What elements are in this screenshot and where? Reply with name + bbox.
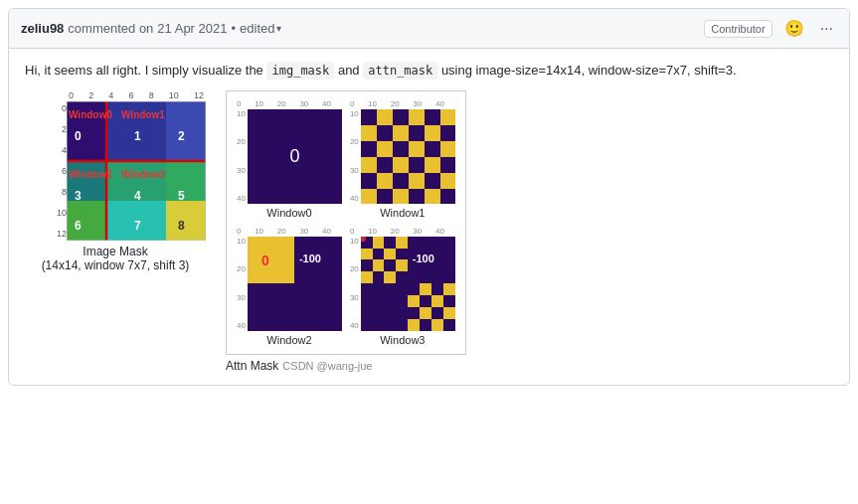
svg-rect-83 <box>377 189 393 204</box>
svg-rect-57 <box>440 109 455 125</box>
svg-rect-111 <box>361 283 408 331</box>
y-label-8: 8 <box>45 187 67 197</box>
svg-rect-73 <box>409 157 425 173</box>
svg-rect-116 <box>408 295 420 307</box>
visualizations-container: 0 2 4 6 8 10 12 0 2 <box>25 90 833 373</box>
svg-rect-79 <box>409 173 425 189</box>
svg-rect-103 <box>396 259 408 271</box>
mask-div-grid: Window0 Window1 Window2 Window3 0 1 2 3 … <box>67 101 206 241</box>
attn-window3-label: Window3 <box>380 334 425 346</box>
w1-main: 10203040 <box>350 109 455 204</box>
cell-num-5: 5 <box>178 189 185 203</box>
w3-main: 10203040 <box>350 237 455 331</box>
window1-label: Window1 <box>121 109 165 120</box>
attn-window0: 010203040 10203040 0 <box>237 99 342 219</box>
svg-rect-13 <box>186 121 206 141</box>
svg-rect-41 <box>186 201 206 221</box>
window0-label: Window0 <box>69 109 112 120</box>
svg-rect-69 <box>440 141 455 157</box>
svg-rect-39 <box>146 201 166 221</box>
image-mask-caption: Image Mask (14x14, window 7x7, shift 3) <box>42 245 190 272</box>
w3-y-axis: 10203040 <box>350 237 359 331</box>
svg-rect-99 <box>396 249 408 259</box>
intro-text-after: using image-size=14x14, window-size=7x7,… <box>441 63 737 78</box>
w3-val-neg100-tr: -100 <box>413 252 434 264</box>
svg-rect-121 <box>420 307 431 319</box>
svg-rect-104 <box>361 271 373 283</box>
svg-rect-55 <box>409 109 425 125</box>
svg-rect-46 <box>146 221 166 241</box>
svg-rect-44 <box>106 221 126 241</box>
attn-window0-img: 0 <box>248 109 342 204</box>
w0-value: 0 <box>289 146 299 167</box>
svg-rect-20 <box>186 141 206 161</box>
svg-rect-6 <box>186 101 206 121</box>
svg-rect-67 <box>409 141 425 157</box>
svg-rect-118 <box>431 295 443 307</box>
emoji-button[interactable]: 🙂 <box>780 17 808 40</box>
svg-rect-126 <box>431 319 443 331</box>
image-mask-section: 0 2 4 6 8 10 12 0 2 <box>25 90 206 272</box>
intro-text-middle: and <box>338 63 360 78</box>
w3-top-axis: 010203040 <box>350 227 444 236</box>
svg-rect-117 <box>420 295 431 307</box>
svg-rect-93 <box>373 237 384 249</box>
window2-label: Window2 <box>69 169 112 180</box>
w0-y-axis: 10203040 <box>237 109 246 204</box>
mask-grid-with-y-axis: 0 2 4 6 8 10 12 <box>45 101 206 241</box>
svg-rect-70 <box>361 157 377 173</box>
svg-rect-53 <box>377 109 393 125</box>
cell-num-3: 3 <box>75 189 82 203</box>
attn-caption-row: Attn Mask CSDN @wang-jue <box>226 359 372 373</box>
y-label-6: 6 <box>45 166 67 176</box>
svg-rect-40 <box>166 201 186 221</box>
comment-block: zeliu98 commented on 21 Apr 2021 • edite… <box>8 8 850 386</box>
svg-rect-100 <box>361 259 373 271</box>
cell-num-2: 2 <box>178 129 185 143</box>
x-axis-labels: 0 2 4 6 8 10 12 <box>45 90 206 100</box>
intro-text-before: Hi, it seems all right. I simply visuali… <box>25 63 263 78</box>
svg-rect-82 <box>361 189 377 204</box>
svg-rect-75 <box>440 157 455 173</box>
svg-rect-113 <box>420 283 431 295</box>
attn-window2: 010203040 10203040 <box>237 227 342 346</box>
svg-rect-94 <box>384 237 396 249</box>
svg-rect-119 <box>443 295 455 307</box>
cell-num-1: 1 <box>134 129 141 143</box>
x-label-4: 4 <box>108 90 113 100</box>
svg-rect-43 <box>86 221 106 241</box>
comment-meta: zeliu98 commented on 21 Apr 2021 • edite… <box>21 21 281 36</box>
svg-rect-124 <box>408 319 420 331</box>
svg-rect-86 <box>425 189 440 204</box>
image-mask-subtitle: (14x14, window 7x7, shift 3) <box>42 258 190 272</box>
edited-dropdown[interactable]: edited ▾ <box>240 21 281 36</box>
commenter-username[interactable]: zeliu98 <box>21 21 64 36</box>
x-label-2: 2 <box>88 90 93 100</box>
svg-rect-76 <box>361 173 377 189</box>
x-label-0: 0 <box>69 90 74 100</box>
svg-rect-115 <box>443 283 455 295</box>
y-label-12: 12 <box>45 229 67 239</box>
comment-bullet: • <box>231 21 236 36</box>
svg-rect-54 <box>393 109 409 125</box>
more-options-button[interactable]: ··· <box>816 18 837 40</box>
svg-rect-97 <box>373 249 384 259</box>
svg-rect-78 <box>393 173 409 189</box>
svg-rect-84 <box>393 189 409 204</box>
svg-rect-107 <box>396 271 408 283</box>
x-label-10: 10 <box>169 90 179 100</box>
svg-rect-114 <box>431 283 443 295</box>
svg-rect-29 <box>86 181 106 201</box>
attn-window1-label: Window1 <box>380 207 425 219</box>
svg-rect-71 <box>377 157 393 173</box>
y-label-4: 4 <box>45 145 67 155</box>
svg-rect-81 <box>440 173 455 189</box>
edited-label: edited <box>240 21 274 36</box>
svg-rect-48 <box>186 221 206 241</box>
svg-rect-32 <box>146 181 166 201</box>
svg-rect-74 <box>425 157 440 173</box>
svg-rect-106 <box>384 271 396 283</box>
svg-rect-35 <box>67 201 86 221</box>
svg-rect-37 <box>106 201 126 221</box>
svg-rect-88 <box>248 237 294 283</box>
